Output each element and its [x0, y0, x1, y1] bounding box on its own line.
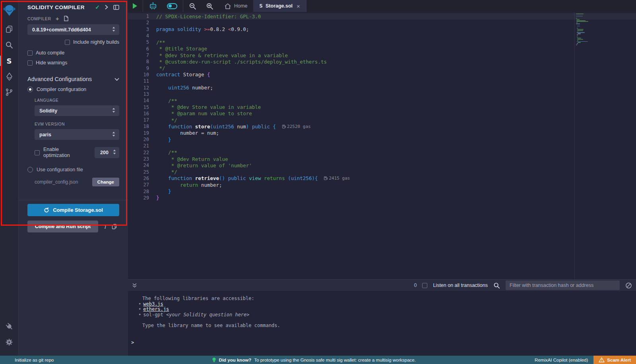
open-file-icon[interactable]: [63, 15, 69, 21]
terminal-prompt[interactable]: >: [128, 340, 636, 346]
code-line[interactable]: 14 /**: [128, 97, 636, 104]
did-you-know-tip: Did you know? To prototype using the Gno…: [212, 357, 416, 363]
use-configuration-file-radio-row[interactable]: Use configuration file: [27, 167, 119, 172]
ai-copilot-robot-icon[interactable]: [144, 0, 162, 12]
code-line[interactable]: 24 * @return value of 'number': [128, 162, 636, 168]
code-line[interactable]: 11: [128, 78, 636, 84]
use-configuration-file-label: Use configuration file: [37, 167, 83, 172]
code-line[interactable]: 17 */: [128, 117, 636, 123]
hide-warnings-checkbox[interactable]: [27, 60, 33, 66]
config-file-name[interactable]: compiler_config.json: [35, 179, 78, 185]
run-script-play-button[interactable]: [128, 0, 142, 12]
line-number: 2: [128, 20, 149, 25]
search-icon[interactable]: [0, 37, 18, 53]
code-editor[interactable]: 1// SPDX-License-Identifier: GPL-3.023pr…: [128, 12, 636, 279]
code-line[interactable]: 15 * @dev Store value in variable: [128, 104, 636, 110]
compile-and-run-button[interactable]: Compile and Run script: [27, 221, 98, 232]
add-compiler-icon[interactable]: +: [56, 17, 59, 21]
transaction-filter-input[interactable]: [506, 281, 620, 290]
code-line[interactable]: 19 number = num;: [128, 130, 636, 136]
terminal-search-icon[interactable]: [493, 282, 500, 289]
terminal-text-line: The following libraries are accessible:: [128, 296, 636, 302]
listen-transactions-checkbox[interactable]: [422, 283, 427, 288]
change-config-button[interactable]: Change: [92, 178, 119, 186]
compile-button[interactable]: Compile Storage.sol: [27, 204, 119, 216]
copy-icon[interactable]: [112, 224, 117, 229]
code-line[interactable]: 10contract Storage {: [128, 72, 636, 78]
info-icon[interactable]: i: [104, 224, 106, 230]
terminal-header: 0 Listen on all transactions: [128, 280, 636, 291]
copilot-status-label[interactable]: RemixAI Copilot (enabled): [535, 358, 588, 362]
code-line[interactable]: 21: [128, 143, 636, 149]
library-link[interactable]: ethers.js: [143, 306, 169, 312]
evm-version-select[interactable]: paris: [35, 129, 119, 140]
compiler-configuration-radio[interactable]: [27, 87, 33, 92]
copilot-toggle[interactable]: [162, 0, 182, 12]
code-line[interactable]: 23 * @dev Return value: [128, 156, 636, 162]
git-icon[interactable]: [0, 85, 18, 100]
app-window: S: [0, 0, 636, 356]
hide-warnings-label: Hide warnings: [36, 60, 67, 66]
code-line[interactable]: 2: [128, 19, 636, 26]
nightly-builds-checkbox[interactable]: [65, 40, 70, 45]
code-line[interactable]: 16 * @param num value to store: [128, 110, 636, 117]
auto-compile-checkbox[interactable]: [27, 50, 33, 56]
code-line[interactable]: 28 }: [128, 188, 636, 194]
pin-panel-icon[interactable]: [113, 5, 119, 10]
editor-minimap[interactable]: [574, 12, 605, 279]
language-select[interactable]: Solidity: [35, 105, 119, 116]
line-number: 22: [128, 150, 149, 155]
code-line[interactable]: 3pragma solidity >=0.8.2 <0.9.0;: [128, 26, 636, 33]
close-tab-icon[interactable]: ×: [297, 3, 300, 10]
tab-storage-sol[interactable]: S Storage.sol ×: [253, 0, 306, 12]
code-line[interactable]: 7 * @dev Store & retrieve value in a var…: [128, 52, 636, 58]
compiler-version-select[interactable]: 0.8.19+commit.7dd6d404: [27, 24, 119, 35]
code-line[interactable]: 18 function store(uint256 num) public {2…: [128, 123, 636, 130]
code-line[interactable]: 29}: [128, 195, 636, 201]
code-line[interactable]: 6 * @title Storage: [128, 46, 636, 52]
plugin-manager-icon[interactable]: [0, 318, 18, 334]
line-number: 14: [128, 98, 149, 103]
language-value: Solidity: [39, 108, 57, 114]
code-line[interactable]: 25 */: [128, 169, 636, 175]
git-init-label[interactable]: Initialize as git repo: [15, 358, 54, 362]
collapse-terminal-icon[interactable]: [132, 283, 137, 288]
solidity-compiler-icon[interactable]: S: [0, 53, 18, 69]
code-line[interactable]: 27 return number;: [128, 182, 636, 188]
zoom-out-icon[interactable]: [184, 0, 201, 12]
use-configuration-file-radio[interactable]: [27, 167, 33, 172]
scam-alert-badge[interactable]: Scam Alert: [593, 356, 636, 364]
library-link[interactable]: web3.js: [143, 301, 163, 307]
terminal-lines: The following libraries are accessible:•…: [128, 296, 636, 329]
code-line[interactable]: 13: [128, 91, 636, 97]
zoom-in-icon[interactable]: [201, 0, 218, 12]
gas-estimate: 22520 gas: [282, 124, 311, 129]
terminal-library-link-line[interactable]: •web3.js: [128, 302, 636, 307]
code-line[interactable]: 12 uint256 number;: [128, 84, 636, 91]
settings-gear-icon[interactable]: [0, 334, 18, 350]
terminal-library-link-line[interactable]: •ethers.js: [128, 307, 636, 312]
optimization-runs-input[interactable]: 200: [95, 147, 119, 158]
code-line[interactable]: 26 function retrieve() public view retur…: [128, 175, 636, 182]
advanced-configurations-toggle[interactable]: Advanced Configurations: [27, 76, 119, 82]
enable-optimization-checkbox[interactable]: [35, 150, 40, 155]
remix-logo[interactable]: [3, 2, 16, 18]
chevron-right-icon[interactable]: [105, 5, 108, 10]
optimization-runs-value: 200: [100, 150, 109, 155]
compiler-configuration-radio-row[interactable]: Compiler configuration: [27, 87, 119, 92]
clear-console-icon[interactable]: [625, 282, 632, 289]
tab-home[interactable]: Home: [218, 0, 253, 12]
code-line[interactable]: 5/**: [128, 39, 636, 45]
code-line[interactable]: 1// SPDX-License-Identifier: GPL-3.0: [128, 13, 636, 19]
compile-success-check-icon: ✓: [95, 4, 100, 10]
code-line[interactable]: 22 /**: [128, 149, 636, 156]
code-line[interactable]: 8 * @custom:dev-run-script ./scripts/dep…: [128, 58, 636, 65]
code-line[interactable]: 9 */: [128, 65, 636, 72]
code-line[interactable]: 20 }: [128, 136, 636, 143]
fuel-pump-icon: [324, 176, 327, 180]
line-number: 21: [128, 143, 149, 149]
file-explorer-icon[interactable]: [0, 21, 18, 37]
code-line[interactable]: 4: [128, 33, 636, 39]
terminal-output[interactable]: The following libraries are accessible:•…: [128, 291, 636, 356]
deploy-run-icon[interactable]: [0, 69, 18, 85]
